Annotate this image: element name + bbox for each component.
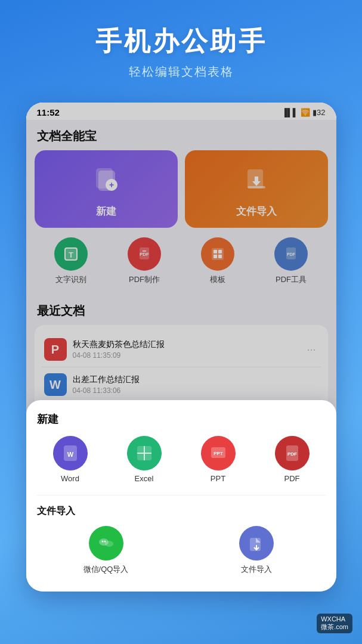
svg-point-27 (105, 541, 113, 547)
word-icon: W (53, 436, 88, 470)
file-import-icon (239, 526, 274, 561)
phone-frame: 11:52 ▐▌▌ 🛜 ▮32 文档全能宝 + 新建 (26, 103, 336, 592)
watermark-text: 微茶.com (321, 623, 348, 630)
excel-label: Excel (135, 474, 154, 483)
file-import-label: 文件导入 (241, 564, 272, 575)
hero-section: 手机办公助手 轻松编辑文档表格 (0, 0, 362, 92)
popup-new-title: 新建 (37, 412, 326, 426)
svg-text:W: W (67, 451, 73, 458)
popup-wechat-import[interactable]: 微信/QQ导入 (37, 526, 175, 575)
watermark-sub: WXCHA (321, 615, 345, 623)
pdf-label: PDF (284, 474, 300, 483)
watermark: WXCHA 微茶.com (317, 614, 352, 633)
popup-pdf[interactable]: PDF PDF (259, 436, 326, 483)
svg-text:PDF: PDF (287, 451, 297, 457)
popup-card: 新建 W Word Exce (26, 400, 336, 592)
pdf-icon: PDF (275, 436, 310, 470)
svg-point-29 (104, 541, 106, 543)
main-title: 手机办公助手 (12, 24, 350, 59)
excel-icon (127, 436, 162, 470)
ppt-icon: PPT (201, 436, 236, 470)
wechat-icon (89, 526, 123, 561)
popup-divider (37, 495, 326, 496)
wechat-import-label: 微信/QQ导入 (83, 564, 129, 575)
popup-ppt[interactable]: PPT PPT (185, 436, 252, 483)
popup-new-row: W Word Excel (37, 436, 326, 483)
popup-file-import[interactable]: 文件导入 (187, 526, 326, 575)
ppt-label: PPT (211, 474, 225, 483)
word-label: Word (61, 474, 79, 483)
popup-excel[interactable]: Excel (111, 436, 178, 483)
svg-text:PPT: PPT (214, 451, 223, 456)
popup-import-row: 微信/QQ导入 文件导入 (37, 526, 326, 575)
sub-title: 轻松编辑文档表格 (12, 64, 350, 80)
popup-word[interactable]: W Word (37, 436, 104, 483)
popup-import-title: 文件导入 (37, 505, 326, 518)
svg-point-28 (101, 541, 103, 543)
